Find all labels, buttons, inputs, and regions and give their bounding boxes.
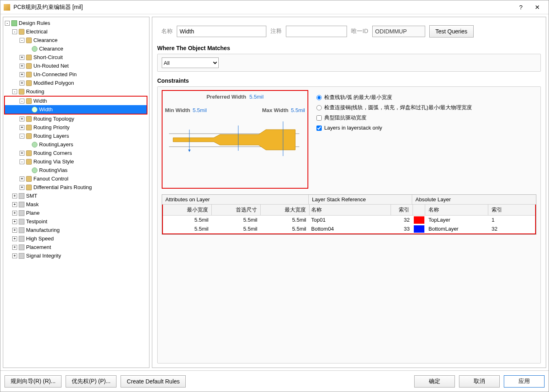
- expand-icon[interactable]: +: [20, 185, 24, 190]
- tree-label: Clearance: [39, 46, 63, 52]
- rule-wizard-button[interactable]: 规则向导(R) (R)...: [4, 375, 61, 388]
- expand-icon[interactable]: -: [12, 29, 17, 34]
- expand-icon[interactable]: +: [20, 64, 24, 68]
- tree-sigint[interactable]: +Signal Integrity: [5, 251, 147, 260]
- col-pref[interactable]: 首选尺寸: [212, 205, 261, 215]
- expand-icon[interactable]: -: [20, 99, 24, 104]
- expand-icon[interactable]: +: [20, 125, 24, 130]
- cell-max[interactable]: 5.5mil: [261, 225, 310, 233]
- radio-track-arc[interactable]: [316, 95, 322, 100]
- tree-mfg[interactable]: +Manufacturing: [5, 226, 147, 234]
- ok-button[interactable]: 确定: [414, 375, 455, 388]
- max-width-value[interactable]: 5.5mil: [291, 107, 305, 113]
- table-row[interactable]: 5.5mil5.5mil5.5milTop0132TopLayer1: [163, 216, 535, 225]
- expand-icon[interactable]: +: [12, 236, 17, 241]
- check-mode-option-1[interactable]: 检查线轨/弧 的最大/最小宽度: [316, 94, 472, 101]
- rule-detail-pane: 名称 注释 唯一ID Test Queries Where The Object…: [152, 17, 546, 368]
- cell-min[interactable]: 5.5mil: [163, 216, 212, 225]
- expand-icon[interactable]: -: [12, 89, 17, 94]
- tree-unconnected[interactable]: +Un-Connected Pin: [5, 70, 147, 79]
- priority-button[interactable]: 优先权(P) (P)...: [66, 375, 116, 388]
- expand-icon[interactable]: +: [12, 202, 17, 207]
- comment-input[interactable]: [286, 26, 347, 37]
- tree-rlayers-rule[interactable]: RoutingLayers: [5, 140, 147, 149]
- expand-icon[interactable]: -: [20, 134, 24, 139]
- expand-icon[interactable]: +: [20, 117, 24, 121]
- check-mode-option-2[interactable]: 检查连接铜(线轨，圆弧，填充，焊盘和过孔)最小/最大物理宽度: [316, 104, 472, 111]
- create-defaults-button[interactable]: Create Default Rules: [121, 375, 186, 388]
- tree-routing[interactable]: - Routing: [5, 87, 147, 96]
- tree-root[interactable]: - Design Rules: [5, 19, 147, 27]
- expand-icon[interactable]: +: [12, 253, 17, 258]
- expand-icon[interactable]: +: [20, 81, 24, 86]
- test-queries-button[interactable]: Test Queries: [429, 25, 474, 37]
- cell-pref[interactable]: 5.5mil: [212, 225, 261, 233]
- tree-placement[interactable]: +Placement: [5, 243, 147, 251]
- expand-icon[interactable]: -: [20, 159, 24, 164]
- checkbox-layerstack[interactable]: [316, 126, 322, 131]
- tree-short[interactable]: +Short-Circuit: [5, 53, 147, 62]
- cancel-button[interactable]: 取消: [459, 375, 500, 388]
- checkbox-impedance[interactable]: [316, 115, 322, 121]
- tree-label: Clearance: [33, 37, 57, 43]
- category-icon: [19, 244, 24, 250]
- expand-icon[interactable]: +: [12, 194, 17, 198]
- col-abs-idx[interactable]: 索引: [488, 205, 535, 215]
- radio-connected-copper[interactable]: [316, 105, 322, 110]
- expand-icon[interactable]: +: [12, 211, 17, 216]
- tree-rvia[interactable]: -Routing Via Style: [5, 157, 147, 166]
- help-button[interactable]: ?: [513, 2, 529, 13]
- pref-width-value[interactable]: 5.5mil: [249, 94, 264, 100]
- tree-rlayers[interactable]: -Routing Layers: [5, 132, 147, 140]
- scope-select[interactable]: All: [162, 57, 219, 68]
- expand-icon[interactable]: +: [12, 245, 17, 250]
- tree-hispeed[interactable]: +High Speed: [5, 234, 147, 243]
- tree-smt[interactable]: +SMT: [5, 192, 147, 200]
- expand-icon[interactable]: +: [20, 176, 24, 181]
- col-max[interactable]: 最大宽度: [261, 205, 310, 215]
- tree-label: Routing Via Style: [33, 159, 74, 165]
- tree-width[interactable]: -Width: [5, 97, 147, 105]
- tree-diffpair[interactable]: +Differential Pairs Routing: [5, 183, 147, 192]
- tree-clearance[interactable]: -Clearance: [5, 36, 147, 44]
- expand-icon[interactable]: +: [12, 228, 17, 233]
- layerstack-only-check[interactable]: Layers in layerstack only: [316, 125, 472, 132]
- name-input[interactable]: [177, 26, 266, 37]
- cell-pref[interactable]: 5.5mil: [212, 216, 261, 225]
- col-lname[interactable]: 名称: [310, 205, 391, 215]
- tree-plane[interactable]: +Plane: [5, 209, 147, 217]
- cell-max[interactable]: 5.5mil: [261, 216, 310, 225]
- tree-testpoint[interactable]: +Testpoint: [5, 217, 147, 226]
- cell-min[interactable]: 5.5mil: [163, 225, 212, 233]
- tree-rvias-rule[interactable]: RoutingVias: [5, 166, 147, 174]
- tree-mask[interactable]: +Mask: [5, 200, 147, 209]
- col-min[interactable]: 最小宽度: [163, 205, 212, 215]
- tree-width-rule[interactable]: Width: [5, 105, 147, 114]
- expand-icon[interactable]: -: [5, 21, 10, 26]
- layer-grid[interactable]: Attributes on Layer Layer Stack Referenc…: [162, 194, 536, 235]
- app-icon: [4, 4, 10, 11]
- expand-icon[interactable]: -: [20, 38, 24, 43]
- tree-clearance-rule[interactable]: Clearance: [5, 44, 147, 53]
- tree-rcorners[interactable]: +Routing Corners: [5, 149, 147, 157]
- tree-rtopo[interactable]: +Routing Topology: [5, 115, 147, 123]
- tree-modpoly[interactable]: +Modified Polygon: [5, 79, 147, 87]
- table-row[interactable]: 5.5mil5.5mil5.5milBottom0433BottomLayer3…: [163, 225, 535, 233]
- col-idx[interactable]: 索引: [391, 205, 413, 215]
- expand-icon[interactable]: +: [20, 72, 24, 77]
- tree-unrouted[interactable]: +Un-Routed Net: [5, 62, 147, 70]
- tree-label: Testpoint: [26, 218, 47, 225]
- close-button[interactable]: ✕: [529, 2, 545, 13]
- tree-label: Routing Priority: [33, 124, 70, 130]
- tree-rprio[interactable]: +Routing Priority: [5, 123, 147, 132]
- col-abs[interactable]: 名称: [425, 205, 488, 215]
- tree-fanout[interactable]: +Fanout Control: [5, 174, 147, 183]
- expand-icon[interactable]: +: [20, 55, 24, 60]
- tree-electrical[interactable]: - Electrical: [5, 27, 147, 36]
- apply-button[interactable]: 应用: [504, 375, 545, 388]
- expand-icon[interactable]: +: [12, 219, 17, 224]
- impedance-driven-check[interactable]: 典型阻抗驱动宽度: [316, 115, 472, 121]
- min-width-value[interactable]: 5.5mil: [193, 107, 207, 113]
- expand-icon[interactable]: +: [20, 151, 24, 156]
- category-icon: [26, 55, 32, 60]
